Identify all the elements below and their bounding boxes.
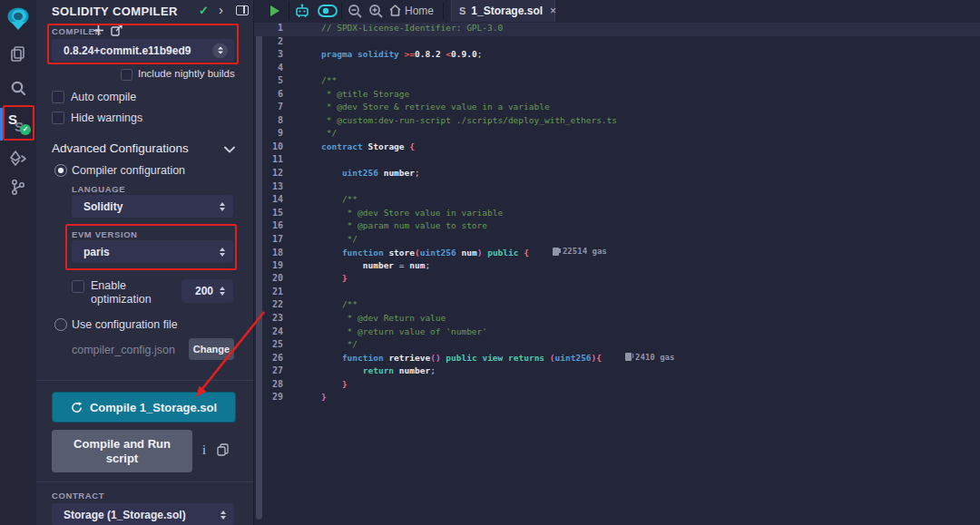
activity-bar: SS ✓ [0,0,36,525]
line-number: 18 [254,248,303,258]
compile-success-badge: ✓ [20,124,31,135]
code-line[interactable]: 25 */ [254,339,980,353]
code-line[interactable]: 20 } [254,273,980,287]
code-text: * @custom:dev-run-script ./scripts/deplo… [321,115,617,125]
compile-button[interactable]: Compile 1_Storage.sol [52,392,236,423]
sidebar-item-deploy-run[interactable] [0,143,36,174]
ai-assistant-robot-icon[interactable] [294,4,310,18]
divider [36,481,254,482]
code-line[interactable]: 2 [254,36,980,50]
code-line[interactable]: 18 function store(uint256 num) public {2… [254,247,980,260]
zoom-in-icon[interactable] [368,4,383,18]
auto-compile-checkbox[interactable] [52,91,64,103]
auto-compile-label: Auto compile [71,91,136,103]
home-icon[interactable] [388,4,402,17]
compiler-version-select[interactable]: 0.8.24+commit.e11b9ed9 [52,39,234,62]
code-line[interactable]: 29} [254,392,980,405]
code-line[interactable]: 11 [254,154,980,168]
sidebar-item-file-explorer[interactable] [0,38,36,69]
copy-icon[interactable] [217,443,229,456]
sidebar-item-git[interactable] [0,172,36,203]
evm-version-select[interactable]: paris [72,240,233,263]
toggle-switch-icon[interactable] [318,5,338,17]
line-number: 25 [254,339,303,349]
line-number: 29 [254,392,303,402]
line-number: 28 [254,379,303,389]
hide-warnings-label: Hide warnings [71,112,142,124]
compiler-configuration-radio[interactable] [54,164,67,177]
language-stepper-icon [220,202,225,211]
tab-1-storage-sol[interactable]: S 1_Storage.sol × [451,0,555,22]
optimization-runs-input[interactable]: 200 [181,279,233,303]
line-number: 9 [254,128,303,138]
pin-panel-icon[interactable] [236,5,249,15]
chevron-right-icon[interactable]: › [219,2,223,17]
code-text: } [321,392,327,402]
advanced-configurations-title[interactable]: Advanced Configurations [52,141,189,155]
contract-select[interactable]: Storage (1_Storage.sol) [52,503,234,525]
divider [36,380,254,381]
compile-and-run-button[interactable]: Compile and Run script [52,430,192,472]
code-line[interactable]: 1// SPDX-License-Identifier: GPL-3.0 [254,23,980,36]
code-text: */ [321,128,337,138]
code-line[interactable]: 8 * @custom:dev-run-script ./scripts/dep… [254,115,980,129]
code-line[interactable]: 21 [254,287,980,300]
close-tab-icon[interactable]: × [550,5,556,17]
code-line[interactable]: 19 number = num; [254,260,980,274]
code-text: } [321,379,348,389]
add-compiler-icon[interactable] [93,24,104,36]
use-configuration-file-radio[interactable] [54,318,67,331]
code-line[interactable]: 27 return number; [254,365,980,379]
enable-optimization-checkbox[interactable] [72,280,84,293]
language-select[interactable]: Solidity [72,195,233,218]
line-number: 4 [254,63,303,73]
code-line[interactable]: 22 /** [254,299,980,313]
change-config-button[interactable]: Change [189,338,234,360]
code-line[interactable]: 16 * @param num value to store [254,220,980,234]
git-branch-icon [10,179,26,197]
separator [289,2,289,20]
hide-warnings-checkbox[interactable] [52,112,64,124]
search-icon [10,80,26,96]
code-line[interactable]: 15 * @dev Store value in variable [254,208,980,221]
code-line[interactable]: 13 [254,181,980,195]
code-text: * @dev Return value [321,313,446,323]
run-script-button[interactable] [270,5,279,16]
code-text: * @param num value to store [321,220,487,230]
chevron-down-icon[interactable] [224,146,235,153]
sidebar-item-solidity-compiler[interactable]: SS [0,109,36,140]
code-line[interactable]: 26 function retrieve() public view retur… [254,353,980,366]
home-tab[interactable]: Home [405,5,434,17]
gas-pump-icon [553,248,559,256]
code-line[interactable]: 14 /** [254,194,980,208]
gas-estimate: 22514 gas [553,247,607,256]
code-line[interactable]: 9 */ [254,128,980,141]
code-line[interactable]: 28 } [254,379,980,393]
code-line[interactable]: 6 * @title Storage [254,89,980,102]
enable-optimization-label: Enable optimization [91,279,167,306]
remix-logo[interactable] [0,4,36,34]
line-number: 3 [254,49,303,59]
code-line[interactable]: 12 uint256 number; [254,168,980,181]
code-line[interactable]: 17 */ [254,234,980,248]
line-number: 17 [254,234,303,244]
use-configuration-file-label: Use configuration file [72,318,178,331]
code-line[interactable]: 3pragma solidity >=0.8.2 <0.9.0; [254,49,980,63]
code-line[interactable]: 24 * @return value of 'number' [254,326,980,340]
code-line[interactable]: 5/** [254,75,980,89]
zoom-out-icon[interactable] [348,4,362,18]
code-editor[interactable]: 1// SPDX-License-Identifier: GPL-3.023pr… [254,23,980,525]
code-line[interactable]: 10contract Storage { [254,141,980,155]
code-line[interactable]: 7 * @dev Store & retrieve value in a var… [254,102,980,115]
optimization-runs-value: 200 [181,285,213,297]
file-explorer-icon [10,45,26,62]
code-text: return number; [321,365,436,375]
code-line[interactable]: 23 * @dev Return value [254,313,980,326]
code-line[interactable]: 4 [254,63,980,76]
publish-compiler-icon[interactable] [111,24,123,36]
info-icon[interactable]: i [202,443,206,458]
sidebar-item-search[interactable] [0,73,36,103]
line-number: 15 [254,208,303,218]
include-nightly-checkbox[interactable] [121,69,132,81]
code-text: contract Storage { [321,141,415,151]
